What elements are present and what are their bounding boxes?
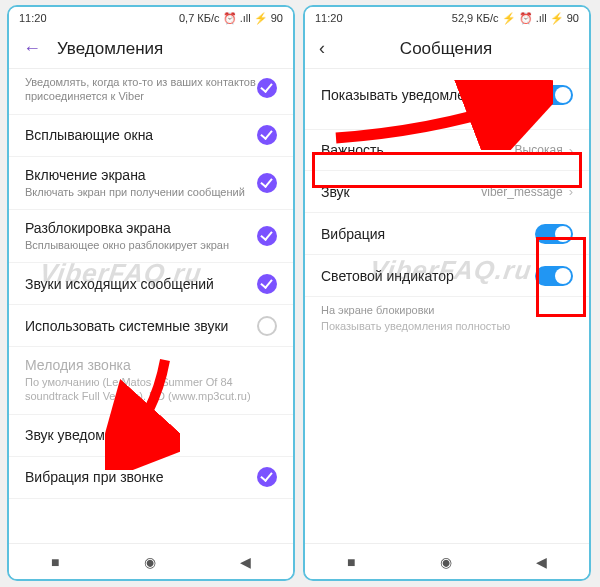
back-icon[interactable]: ‹ xyxy=(319,38,325,59)
chevron-right-icon: › xyxy=(569,143,573,158)
row-unlock-screen[interactable]: Разблокировка экрана Всплывающее окно ра… xyxy=(9,210,293,263)
status-time: 11:20 xyxy=(19,12,47,24)
status-right: 52,9 КБ/с ⚡ ⏰ .ıll ⚡ 90 xyxy=(452,12,579,25)
toggle-switch[interactable] xyxy=(535,224,573,244)
status-bar: 11:20 0,7 КБ/с ⏰ .ıll ⚡ 90 xyxy=(9,7,293,29)
row-main: Мелодия звонка xyxy=(25,357,277,373)
page-title: Сообщения xyxy=(400,39,516,59)
nav-buttons: ■ ◉ ◀ xyxy=(9,543,293,579)
row-main: Включение экрана xyxy=(25,167,257,183)
row-main: Звук уведомления xyxy=(25,427,277,443)
row-value: viber_message xyxy=(481,185,562,199)
row-main: Важность xyxy=(321,142,515,158)
check-icon[interactable] xyxy=(257,226,277,246)
nav-back-icon[interactable]: ◀ xyxy=(240,554,251,570)
note-title: На экране блокировки xyxy=(321,303,573,317)
status-right: 0,7 КБ/с ⏰ .ıll ⚡ 90 xyxy=(179,12,283,25)
header: ‹ Сообщения xyxy=(305,29,589,69)
check-icon[interactable] xyxy=(257,125,277,145)
status-bar: 11:20 52,9 КБ/с ⚡ ⏰ .ıll ⚡ 90 xyxy=(305,7,589,29)
row-sub: Уведомлять, когда кто-то из ваших контак… xyxy=(25,75,257,104)
row-outgoing-sounds[interactable]: Звуки исходящих сообщений xyxy=(9,263,293,305)
row-main: Звук xyxy=(321,184,481,200)
row-vibration[interactable]: Вибрация xyxy=(305,213,589,255)
check-icon[interactable] xyxy=(257,274,277,294)
toggle-switch[interactable] xyxy=(535,266,573,286)
row-system-sounds[interactable]: Использовать системные звуки xyxy=(9,305,293,347)
row-main: Использовать системные звуки xyxy=(25,318,257,334)
row-value: Высокая xyxy=(515,143,563,157)
nav-recents-icon[interactable]: ■ xyxy=(51,554,59,570)
nav-home-icon[interactable]: ◉ xyxy=(440,554,452,570)
row-notification-sound[interactable]: Звук уведомления xyxy=(9,415,293,457)
page-title: Уведомления xyxy=(57,39,163,59)
row-main: Всплывающие окна xyxy=(25,127,257,143)
unchecked-icon[interactable] xyxy=(257,316,277,336)
phone-right: 11:20 52,9 КБ/с ⚡ ⏰ .ıll ⚡ 90 ‹ Сообщени… xyxy=(303,5,591,581)
lock-screen-note: На экране блокировки Показывать уведомле… xyxy=(305,297,589,348)
nav-recents-icon[interactable]: ■ xyxy=(347,554,355,570)
row-sub: Всплывающее окно разблокирует экран xyxy=(25,238,257,252)
phone-left: 11:20 0,7 КБ/с ⏰ .ıll ⚡ 90 ← Уведомления… xyxy=(7,5,295,581)
nav-buttons: ■ ◉ ◀ xyxy=(305,543,589,579)
note-sub: Показывать уведомления полностью xyxy=(321,320,510,332)
row-sub: По умолчанию (Le Matos - Summer Of 84 so… xyxy=(25,375,277,404)
row-main: Звуки исходящих сообщений xyxy=(25,276,257,292)
check-icon[interactable] xyxy=(257,78,277,98)
row-contact-joined[interactable]: Уведомлять, когда кто-то из ваших контак… xyxy=(9,69,293,115)
row-screen-on[interactable]: Включение экрана Включать экран при полу… xyxy=(9,157,293,210)
row-show-notifications[interactable]: Показывать уведомления xyxy=(305,69,589,129)
row-main: Световой индикатор xyxy=(321,268,535,284)
row-ringtone: Мелодия звонка По умолчанию (Le Matos - … xyxy=(9,347,293,415)
row-light-indicator[interactable]: Световой индикатор xyxy=(305,255,589,297)
toggle-switch[interactable] xyxy=(535,85,573,105)
row-main: Показывать уведомления xyxy=(321,87,535,103)
nav-home-icon[interactable]: ◉ xyxy=(144,554,156,570)
row-sound[interactable]: Звук viber_message › xyxy=(305,171,589,213)
check-icon[interactable] xyxy=(257,173,277,193)
chevron-right-icon: › xyxy=(569,184,573,199)
row-popup-windows[interactable]: Всплывающие окна xyxy=(9,115,293,157)
check-icon[interactable] xyxy=(257,467,277,487)
row-main: Вибрация xyxy=(321,226,535,242)
row-main: Разблокировка экрана xyxy=(25,220,257,236)
row-vibration-call[interactable]: Вибрация при звонке xyxy=(9,457,293,499)
header: ← Уведомления xyxy=(9,29,293,69)
settings-list: Показывать уведомления Важность Высокая … xyxy=(305,69,589,348)
row-importance[interactable]: Важность Высокая › xyxy=(305,129,589,171)
status-time: 11:20 xyxy=(315,12,343,24)
row-main: Вибрация при звонке xyxy=(25,469,257,485)
back-icon[interactable]: ← xyxy=(23,38,41,59)
nav-back-icon[interactable]: ◀ xyxy=(536,554,547,570)
settings-list: Уведомлять, когда кто-то из ваших контак… xyxy=(9,69,293,499)
row-sub: Включать экран при получении сообщений xyxy=(25,185,257,199)
